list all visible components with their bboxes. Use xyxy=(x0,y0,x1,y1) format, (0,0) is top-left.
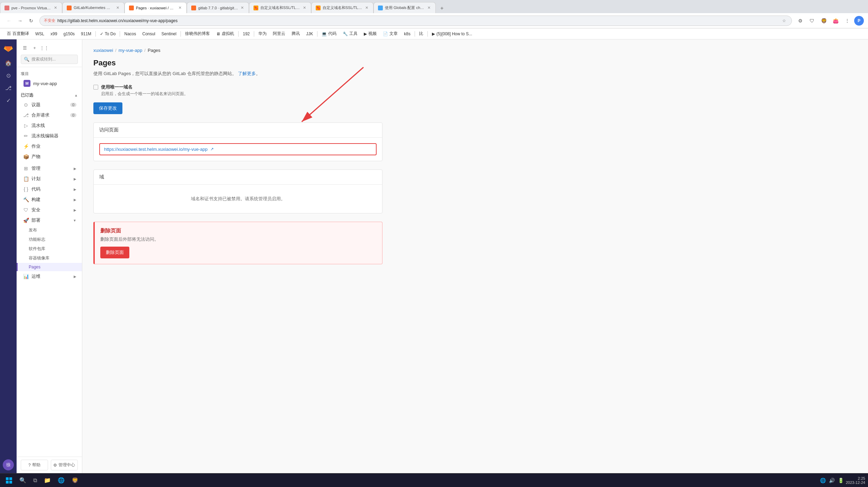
tab-pve[interactable]: pve - Proxmox Virtual Enviro... ✕ xyxy=(0,2,62,13)
sidebar-item-plan[interactable]: 📋 计划 ▶ xyxy=(17,174,82,184)
sidebar-item-deploy[interactable]: 🚀 部署 ▼ xyxy=(17,215,82,226)
menu-button[interactable]: ⋮ xyxy=(842,16,852,26)
sidebar-item-pages[interactable]: Pages xyxy=(17,263,82,271)
help-button[interactable]: ? 帮助 xyxy=(21,460,48,470)
taskbar-edge[interactable]: 🌐 xyxy=(55,474,67,487)
bookmark-consul[interactable]: Consul xyxy=(139,31,158,37)
forward-button[interactable]: → xyxy=(15,16,25,26)
sidebar-item-merge-requests[interactable]: ⎇ 合并请求 0 xyxy=(17,110,82,120)
bookmark-aliyun[interactable]: 阿里云 xyxy=(270,30,288,37)
tab-close-repo[interactable]: ✕ xyxy=(240,5,244,11)
reload-button[interactable]: ↻ xyxy=(26,16,36,26)
sidebar-item-releases[interactable]: 发布 xyxy=(17,226,82,235)
bookmark-todo[interactable]: ✓To Do xyxy=(97,31,118,37)
sidebar-item-pipeline-editor[interactable]: ✏ 流水线编辑器 xyxy=(17,131,82,141)
bookmark-code[interactable]: 💻代码 xyxy=(319,30,339,37)
sidebar-item-manage[interactable]: ⊞ 管理 ▶ xyxy=(17,163,82,174)
sidebar-collapse-button[interactable]: ☰ xyxy=(21,44,29,52)
profile-avatar[interactable]: P xyxy=(854,16,864,26)
learn-more-link[interactable]: 了解更多 xyxy=(238,71,256,76)
sidebar-item-container-registry[interactable]: 容器镜像库 xyxy=(17,254,82,263)
save-button[interactable]: 保存更改 xyxy=(93,102,122,114)
bookmark-g150s[interactable]: g150s xyxy=(61,31,77,37)
bookmark-star-icon[interactable]: ☆ xyxy=(781,17,787,24)
back-button[interactable]: ← xyxy=(4,16,14,26)
bookmark-tools[interactable]: 🔧工具 xyxy=(340,30,360,37)
taskbar-volume-icon[interactable]: 🔊 xyxy=(829,477,835,484)
bookmark-jjk[interactable]: JJK xyxy=(303,31,316,37)
sidebar-item-issues[interactable]: ⊙ 议题 0 xyxy=(17,100,82,110)
tab-gitlab-k8s[interactable]: GitLab/Kubernetes 知识库 ✕ xyxy=(62,2,124,13)
tab-close-pve[interactable]: ✕ xyxy=(53,5,58,11)
unique-domain-checkbox[interactable] xyxy=(93,85,98,90)
new-tab-button[interactable]: + xyxy=(437,3,447,13)
tab-ssl1[interactable]: 🔖 自定义域名和SSL/TLS 证书 |... ✕ xyxy=(249,2,311,13)
bookmark-baidu-translate[interactable]: 百百度翻译 xyxy=(4,30,32,37)
url-bar[interactable]: 不安全 https://gitlab.test.helm.xuxiaowei.c… xyxy=(39,16,792,26)
shield-icon[interactable]: 🛡 xyxy=(807,16,817,26)
bookmark-icon-vm: 🖥 xyxy=(216,31,220,36)
bookmark-compare[interactable]: 比 xyxy=(416,30,426,37)
sidebar-item-package-registry[interactable]: 软件包库 xyxy=(17,244,82,254)
wallet-icon[interactable]: 👛 xyxy=(831,16,840,26)
tab-gitlab-repo[interactable]: gitlab 7.7.0 · gitlab/gitlab ✕ xyxy=(187,2,249,13)
sidebar-item-jobs[interactable]: ⚡ 作业 xyxy=(17,141,82,151)
taskbar-network-icon[interactable]: 🌐 xyxy=(820,477,827,484)
brave-shield-icon[interactable]: 🦁 xyxy=(819,16,829,26)
bookmark-sentinel[interactable]: Sentinel xyxy=(159,31,179,37)
taskbar-file-explorer[interactable]: 📁 xyxy=(41,474,54,487)
taskbar-brave-browser[interactable]: 🦁 xyxy=(69,474,81,487)
sidebar-item-pipeline[interactable]: ▷ 流水线 xyxy=(17,120,82,131)
windows-start-button[interactable] xyxy=(3,474,15,487)
bookmark-192[interactable]: 192 xyxy=(240,31,252,37)
nav-profile-icon[interactable]: 徐 xyxy=(3,459,14,470)
project-link[interactable]: M my-vue-app xyxy=(21,79,78,88)
sidebar-item-feature-flags[interactable]: 功能标志 xyxy=(17,235,82,244)
pages-url-link[interactable]: https://xuxiaowei.test.helm.xuxiaowei.io… xyxy=(104,147,207,152)
bookmark-x99[interactable]: x99 xyxy=(48,31,60,37)
bookmark-blog[interactable]: 徐晓伟的博客 xyxy=(182,30,213,37)
taskbar-battery-icon[interactable]: 🔋 xyxy=(838,477,844,484)
taskbar-clock[interactable]: 2:25 2023-12-24 xyxy=(846,476,865,485)
taskbar-task-view[interactable]: ⧉ xyxy=(30,474,40,487)
admin-center-button[interactable]: ⚙ 管理中心 xyxy=(51,460,78,470)
bookmark-nacos[interactable]: Nacos xyxy=(121,31,139,37)
bookmark-huawei[interactable]: 华为 xyxy=(256,30,269,37)
delete-pages-button[interactable]: 删除页面 xyxy=(100,247,129,258)
bookmark-icon-video: ▶ xyxy=(364,31,367,36)
extensions-button[interactable]: ⚙ xyxy=(795,16,805,26)
sidebar-item-security[interactable]: 🛡 安全 ▶ xyxy=(17,205,82,215)
bookmark-wsl[interactable]: WSL xyxy=(33,31,47,37)
tab-close-pages[interactable]: ✕ xyxy=(178,5,182,11)
nav-todo-icon[interactable]: ✓ xyxy=(3,95,14,106)
breadcrumb-xuxiaowei[interactable]: xuxiaowei xyxy=(93,48,113,53)
tab-close-k8s[interactable]: ✕ xyxy=(116,5,120,11)
tab-ssl2[interactable]: 🔖 自定义域名和SSL/TLS 证书 |... ✕ xyxy=(311,2,373,13)
breadcrumb-my-vue-app[interactable]: my-vue-app xyxy=(119,48,142,53)
bookmark-911m[interactable]: 911M xyxy=(78,31,94,37)
sidebar-dots-button[interactable]: ⋮⋮ xyxy=(40,44,48,52)
bookmark-k8s[interactable]: k8s xyxy=(401,31,413,37)
tab-globals[interactable]: 使用 Globals 配置 chart | 极... ✕ xyxy=(373,2,436,13)
sidebar-item-build[interactable]: 🔨 构建 ▶ xyxy=(17,194,82,205)
bookmark-vm[interactable]: 🖥虚拟机 xyxy=(213,30,237,37)
tab-close-ssl1[interactable]: ✕ xyxy=(302,5,307,11)
pinned-header[interactable]: 已订选 ▲ xyxy=(17,91,82,100)
gitlab-logo[interactable] xyxy=(3,42,14,53)
sidebar-new-button[interactable]: + xyxy=(30,44,39,52)
tab-close-ssl2[interactable]: ✕ xyxy=(364,5,369,11)
sidebar-search[interactable]: 🔍 搜索或转到... xyxy=(21,55,78,64)
sidebar-item-monitor[interactable]: 📊 运维 ▶ xyxy=(17,271,82,282)
bookmark-article[interactable]: 📄文章 xyxy=(380,30,400,37)
tab-pages-active[interactable]: Pages · xuxiaowei / my-vue-... ✕ xyxy=(124,2,187,13)
bookmark-video2[interactable]: ▶(5)[008] How to S... xyxy=(429,31,475,37)
sidebar-item-artifacts[interactable]: 📦 产物 xyxy=(17,151,82,162)
nav-issues-icon[interactable]: ⊙ xyxy=(3,70,14,81)
nav-merge-icon[interactable]: ⎇ xyxy=(3,82,14,93)
bookmark-tencent[interactable]: 腾讯 xyxy=(289,30,303,37)
sidebar-item-code[interactable]: { } 代码 ▶ xyxy=(17,184,82,194)
bookmark-video[interactable]: ▶视频 xyxy=(361,30,379,37)
nav-home-icon[interactable]: 🏠 xyxy=(3,57,14,68)
tab-close-globals[interactable]: ✕ xyxy=(427,5,431,11)
taskbar-search[interactable]: 🔍 xyxy=(17,474,29,487)
